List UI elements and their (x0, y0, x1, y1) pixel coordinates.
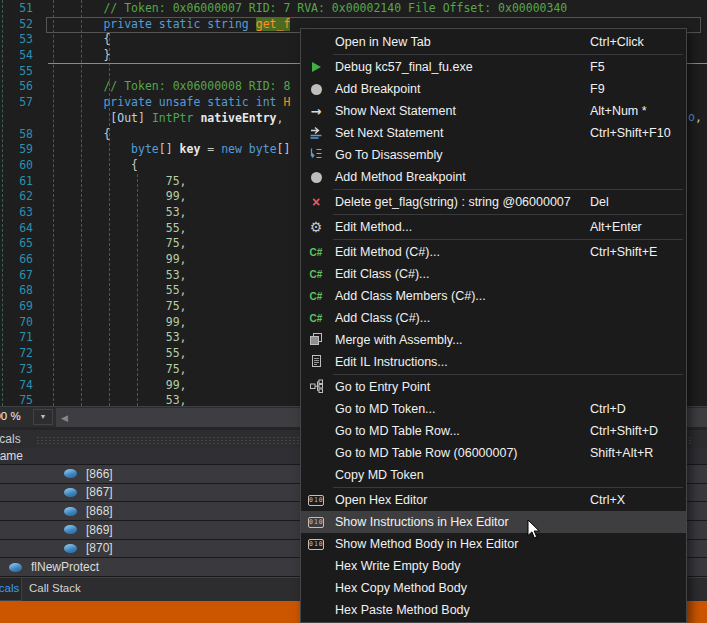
menu-item-add-class-c[interactable]: C#Add Class (C#)... (301, 307, 686, 329)
arrow-right-icon: → (311, 104, 322, 119)
menu-item-go-to-md-token[interactable]: Go to MD Token...Ctrl+D (301, 398, 686, 420)
menu-item-label: Add Class Members (C#)... (331, 289, 486, 303)
menu-item-shortcut: Alt+Num * (590, 104, 647, 118)
menu-item-go-to-md-table-row-06000007[interactable]: Go to MD Table Row (06000007)Shift+Alt+R (301, 442, 686, 464)
menu-item-shortcut: Alt+Enter (590, 220, 642, 234)
menu-item-show-next-statement[interactable]: →Show Next StatementAlt+Num * (301, 100, 686, 122)
menu-item-go-to-md-table-row[interactable]: Go to MD Table Row...Ctrl+Shift+D (301, 420, 686, 442)
menu-item-add-breakpoint[interactable]: Add BreakpointF9 (301, 78, 686, 100)
line-number: 62 (0, 189, 33, 205)
tab-locals[interactable]: Locals (0, 578, 22, 601)
menu-item-label: Show Method Body in Hex Editor (331, 537, 518, 551)
gear-icon: ⚙ (310, 220, 323, 234)
il-doc-icon (309, 354, 323, 371)
menu-item-shortcut: Ctrl+D (590, 402, 626, 416)
menu-item-label: Hex Write Empty Body (331, 559, 461, 573)
locals-row-label: flNewProtect (31, 560, 99, 574)
menu-item-shortcut: Ctrl+Shift+E (590, 245, 657, 259)
menu-separator (333, 189, 683, 190)
csharp-icon: C# (310, 291, 323, 302)
menu-item-label: Debug kc57_final_fu.exe (331, 60, 473, 74)
line-number: 51 (0, 1, 33, 17)
zoom-dropdown-button[interactable]: ▼ (33, 409, 53, 425)
csharp-icon: C# (310, 269, 323, 280)
menu-item-icon-cell (301, 442, 331, 464)
local-variable-icon (64, 469, 77, 478)
menu-item-icon-cell: 010 (301, 533, 331, 555)
menu-item-label: Add Breakpoint (331, 82, 420, 96)
line-number: 71 (0, 330, 33, 346)
menu-item-icon-cell (301, 144, 331, 166)
menu-item-shortcut: Shift+Alt+R (590, 446, 653, 460)
menu-item-delete-get-flag-string-string-06000007[interactable]: ×Delete get_flag(string) : string @06000… (301, 191, 686, 213)
menu-item-label: Add Class (C#)... (331, 311, 430, 325)
menu-separator (333, 214, 683, 215)
menu-item-label: Merge with Assembly... (331, 333, 463, 347)
menu-item-icon-cell: × (301, 191, 331, 213)
code-fragment-right-of-menu: o, (688, 110, 702, 126)
menu-item-icon-cell (301, 56, 331, 78)
breakpoint-icon (311, 84, 322, 95)
line-number: 75 (0, 393, 33, 406)
menu-item-go-to-entry-point[interactable]: Go to Entry Point (301, 376, 686, 398)
menu-item-hex-write-empty-body[interactable]: Hex Write Empty Body (301, 555, 686, 577)
line-number-gutter: 5152535455565758596061626364656667686970… (0, 1, 46, 406)
disassembly-icon (309, 147, 323, 164)
line-number: 73 (0, 362, 33, 378)
menu-item-hex-paste-method-body[interactable]: Hex Paste Method Body (301, 599, 686, 621)
menu-separator (333, 239, 683, 240)
menu-item-shortcut: F5 (590, 60, 605, 74)
delete-x-icon: × (312, 195, 320, 209)
locals-row-label: [869] (86, 523, 113, 537)
hex-icon: 010 (308, 517, 324, 528)
menu-item-icon-cell: ⚙ (301, 216, 331, 238)
menu-item-hex-copy-method-body[interactable]: Hex Copy Method Body (301, 577, 686, 599)
menu-item-shortcut: Ctrl+Shift+F10 (590, 126, 671, 140)
menu-item-label: Open Hex Editor (331, 493, 427, 507)
menu-item-merge-with-assembly[interactable]: Merge with Assembly... (301, 329, 686, 351)
menu-item-edit-method-c[interactable]: C#Edit Method (C#)...Ctrl+Shift+E (301, 241, 686, 263)
line-number: 65 (0, 236, 33, 252)
menu-item-edit-class-c[interactable]: C#Edit Class (C#)... (301, 263, 686, 285)
menu-item-open-in-new-tab[interactable]: Open in New TabCtrl+Click (301, 31, 686, 53)
menu-item-go-to-disassembly[interactable]: Go To Disassembly (301, 144, 686, 166)
menu-item-edit-method[interactable]: ⚙Edit Method...Alt+Enter (301, 216, 686, 238)
menu-item-add-class-members-c[interactable]: C#Add Class Members (C#)... (301, 285, 686, 307)
menu-separator (333, 54, 683, 55)
set-next-icon (309, 125, 323, 142)
menu-item-label: Go to MD Table Row (06000007) (331, 446, 518, 460)
menu-item-label: Go to Entry Point (331, 380, 430, 394)
menu-item-icon-cell (301, 464, 331, 486)
menu-item-label: Edit Class (C#)... (331, 267, 429, 281)
menu-item-show-instructions-in-hex-editor[interactable]: 010Show Instructions in Hex Editor (301, 511, 686, 533)
menu-item-icon-cell (301, 599, 331, 621)
line-number: 52 (0, 17, 33, 33)
code-line[interactable]: // Token: 0x06000007 RID: 7 RVA: 0x00002… (48, 1, 567, 17)
hex-icon: 010 (308, 495, 324, 506)
menu-item-shortcut: Ctrl+Shift+D (590, 424, 658, 438)
tab-locals-label: Locals (0, 578, 21, 594)
menu-item-add-method-breakpoint[interactable]: Add Method Breakpoint (301, 166, 686, 188)
menu-item-icon-cell: C# (301, 241, 331, 263)
line-number: 66 (0, 252, 33, 268)
line-number: 68 (0, 283, 33, 299)
menu-item-label: Hex Paste Method Body (331, 603, 470, 617)
scroll-left-arrow-icon[interactable]: ◀ (61, 413, 68, 423)
breakpoint-icon (311, 172, 322, 183)
menu-item-edit-il-instructions[interactable]: Edit IL Instructions... (301, 351, 686, 373)
menu-item-show-method-body-in-hex-editor[interactable]: 010Show Method Body in Hex Editor (301, 533, 686, 555)
menu-item-label: Edit Method... (331, 220, 412, 234)
menu-item-debug-kc57-final-fu-exe[interactable]: Debug kc57_final_fu.exeF5 (301, 56, 686, 78)
context-menu: Open in New TabCtrl+ClickDebug kc57_fina… (300, 28, 687, 623)
menu-item-open-hex-editor[interactable]: 010Open Hex EditorCtrl+X (301, 489, 686, 511)
menu-item-set-next-statement[interactable]: Set Next StatementCtrl+Shift+F10 (301, 122, 686, 144)
local-variable-icon (64, 488, 77, 497)
debug-play-icon (312, 62, 321, 72)
chevron-down-icon: ▼ (40, 413, 47, 420)
menu-separator (333, 487, 683, 488)
menu-item-icon-cell (301, 351, 331, 373)
menu-item-label: Go to MD Table Row... (331, 424, 460, 438)
menu-item-copy-md-token[interactable]: Copy MD Token (301, 464, 686, 486)
tab-call-stack[interactable]: Call Stack (29, 582, 81, 594)
locals-row-label: [870] (86, 541, 113, 555)
